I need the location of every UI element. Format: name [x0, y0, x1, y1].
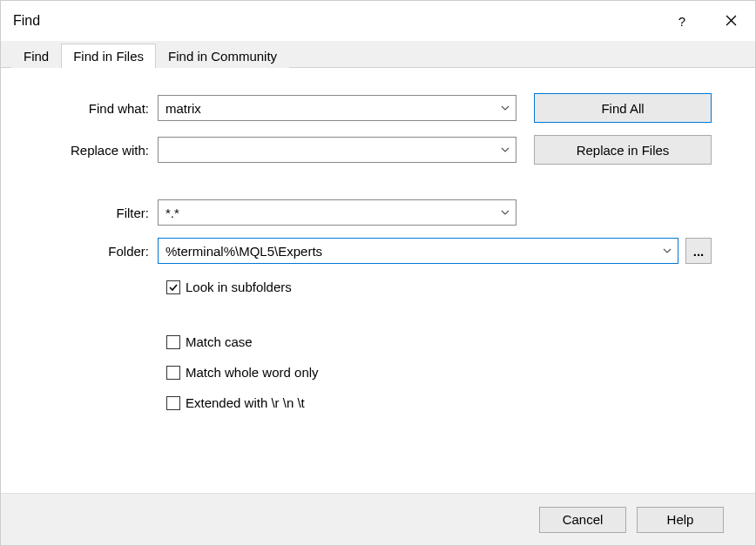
look-in-subfolders-row: Look in subfolders [166, 280, 720, 294]
match-whole-word-row: Match whole word only [166, 365, 720, 380]
titlebar: Find ? [1, 1, 755, 41]
match-whole-word-label: Match whole word only [186, 365, 319, 380]
find-what-label: Find what: [36, 101, 158, 116]
look-in-subfolders-checkbox[interactable] [166, 280, 180, 294]
replace-with-input[interactable] [159, 138, 495, 162]
match-case-label: Match case [186, 334, 253, 349]
extended-label: Extended with \r \n \t [186, 395, 305, 410]
filter-row: Filter: [36, 199, 720, 226]
find-all-button[interactable]: Find All [534, 93, 712, 123]
cancel-button[interactable]: Cancel [539, 507, 626, 533]
replace-with-label: Replace with: [36, 143, 158, 158]
close-button[interactable] [706, 1, 755, 41]
match-whole-word-checkbox[interactable] [166, 366, 180, 380]
help-titlebar-button[interactable]: ? [658, 1, 706, 41]
find-dialog: Find ? Find Find in Files Find in Commun… [0, 0, 756, 546]
folder-combo[interactable] [158, 238, 678, 264]
help-button[interactable]: Help [637, 507, 724, 533]
filter-input[interactable] [159, 200, 495, 225]
chevron-down-icon[interactable] [657, 239, 678, 263]
chevron-down-icon[interactable] [495, 138, 516, 162]
look-in-subfolders-label: Look in subfolders [186, 280, 292, 294]
chevron-down-icon[interactable] [495, 96, 516, 120]
tab-find[interactable]: Find [11, 44, 61, 68]
match-case-checkbox[interactable] [166, 335, 180, 349]
find-what-combo[interactable] [158, 95, 516, 121]
tab-find-in-community[interactable]: Find in Community [156, 44, 289, 68]
chevron-down-icon[interactable] [495, 200, 516, 225]
replace-in-files-button[interactable]: Replace in Files [534, 135, 712, 165]
question-icon: ? [678, 14, 685, 29]
dialog-content: Find what: Find All Replace with: Replac… [1, 69, 755, 493]
tab-find-in-files[interactable]: Find in Files [61, 44, 156, 69]
window-title: Find [13, 13, 658, 29]
extended-row: Extended with \r \n \t [166, 395, 720, 410]
filter-label: Filter: [36, 206, 158, 220]
folder-label: Folder: [36, 244, 158, 259]
replace-with-row: Replace with: Replace in Files [36, 135, 720, 165]
browse-folder-button[interactable]: ... [685, 238, 712, 264]
close-icon [726, 14, 737, 29]
find-what-input[interactable] [159, 96, 495, 120]
replace-with-combo[interactable] [158, 137, 516, 163]
match-case-row: Match case [166, 334, 720, 349]
titlebar-buttons: ? [658, 1, 755, 41]
folder-input[interactable] [159, 239, 657, 263]
find-what-row: Find what: Find All [36, 93, 720, 123]
dialog-footer: Cancel Help [1, 493, 755, 545]
filter-combo[interactable] [158, 199, 516, 226]
tab-strip: Find Find in Files Find in Community [1, 41, 755, 69]
extended-checkbox[interactable] [166, 396, 180, 410]
folder-row: Folder: ... [36, 238, 720, 264]
